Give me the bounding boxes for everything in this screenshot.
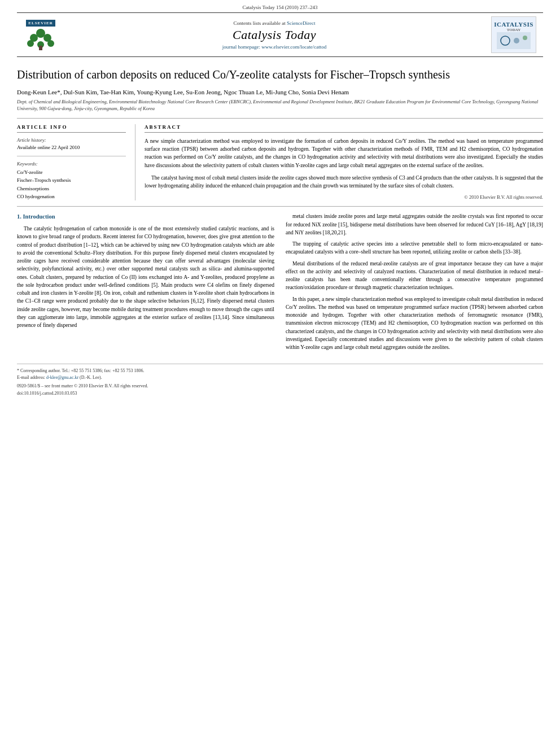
article-info-column: Article Info Article history: Available … [17,124,135,201]
body-col-right: metal clusters inside zeolite pores and … [286,212,543,355]
catalysis-logo-title: ICATALYSIS [494,21,533,28]
journal-banner: ELSEVIER Contents lists available at Sci… [17,12,543,57]
footer-corresponding-author: * Corresponding author. Tel.: +82 55 751… [17,368,543,374]
catalysis-logo-decoration [497,32,531,49]
body-two-col: 1. Introduction The catalytic hydrogenat… [17,212,543,355]
footer-email: E-mail address: d-klee@gnu.ac.kr (D.-K. … [17,374,543,381]
copyright-line: © 2010 Elsevier B.V. All rights reserved… [145,194,543,200]
svg-point-11 [523,36,527,40]
abstract-text: A new simple characterization method was… [145,137,543,190]
abstract-paragraph-2: The catalyst having most of cobalt metal… [145,174,543,190]
elsevier-logo: ELSEVIER [24,20,58,50]
keyword-coy-zeolite: Co/Y-zeolite [17,168,126,176]
abstract-header: Abstract [145,124,543,133]
svg-point-10 [514,38,519,43]
journal-center-info: Contents lists available at ScienceDirec… [58,20,491,50]
article-authors: Dong-Keun Lee*, Dul-Sun Kim, Tae-Han Kim… [17,89,543,95]
svg-point-4 [27,40,34,47]
article-available-online: Available online 22 April 2010 [17,145,126,150]
keywords-label: Keywords: [17,161,126,167]
footer-issn: 0920-5861/$ – see front matter © 2010 El… [17,383,543,388]
article-history-label: Article history: [17,137,126,143]
elsevier-tree-icon [24,28,58,50]
keyword-fischertr: Fischer–Tropsch synthesis [17,176,126,184]
keyword-co-hydrogenation: CO hydrogenation [17,193,126,200]
intro-paragraph-2: metal clusters inside zeolite pores and … [286,212,543,237]
intro-paragraph-4: Metal distributions of the reduced metal… [286,260,543,292]
article-info-abstract: Article Info Article history: Available … [17,124,543,201]
divider [17,156,126,156]
svg-point-6 [47,40,54,47]
journal-reference: Catalysis Today 154 (2010) 237–243 [0,0,560,12]
intro-paragraph-1: The catalytic hydrogenation of carbon mo… [17,225,274,329]
body-col-left: 1. Introduction The catalytic hydrogenat… [17,212,274,355]
elsevier-label: ELSEVIER [26,20,55,27]
contents-available-line: Contents lists available at ScienceDirec… [58,20,491,26]
intro-paragraph-3: The trapping of catalytic active species… [286,240,543,256]
article-title: Distribution of carbon deposits on reduc… [17,67,543,82]
intro-section-title: 1. Introduction [17,212,274,221]
footer-email-link[interactable]: d-klee@gnu.ac.kr [46,375,78,380]
footer-section: * Corresponding author. Tel.: +82 55 751… [17,364,543,396]
article-title-section: Distribution of carbon deposits on reduc… [17,57,543,119]
footer-doi: doi:10.1016/j.cattod.2010.03.053 [17,391,543,396]
intro-paragraph-5: In this paper, a new simple characteriza… [286,295,543,352]
abstract-paragraph-1: A new simple characterization method was… [145,137,543,169]
article-affiliation: Dept. of Chemical and Biological Enginee… [17,99,543,112]
catalysis-logo-sub: TODAY [507,28,521,32]
keyword-chemisorptions: Chemisorptions [17,185,126,193]
main-content: Distribution of carbon deposits on reduc… [17,57,543,355]
sciencedirect-link[interactable]: ScienceDirect [287,20,315,26]
article-info-header: Article Info [17,124,126,133]
journal-homepage: journal homepage: www.elsevier.com/locat… [58,44,491,50]
body-section: 1. Introduction The catalytic hydrogenat… [17,206,543,355]
svg-rect-7 [39,46,42,50]
abstract-column: Abstract A new simple characterization m… [135,124,543,201]
journal-title: Catalysis Today [58,28,491,42]
catalysis-logo-box: ICATALYSIS TODAY [491,16,536,53]
